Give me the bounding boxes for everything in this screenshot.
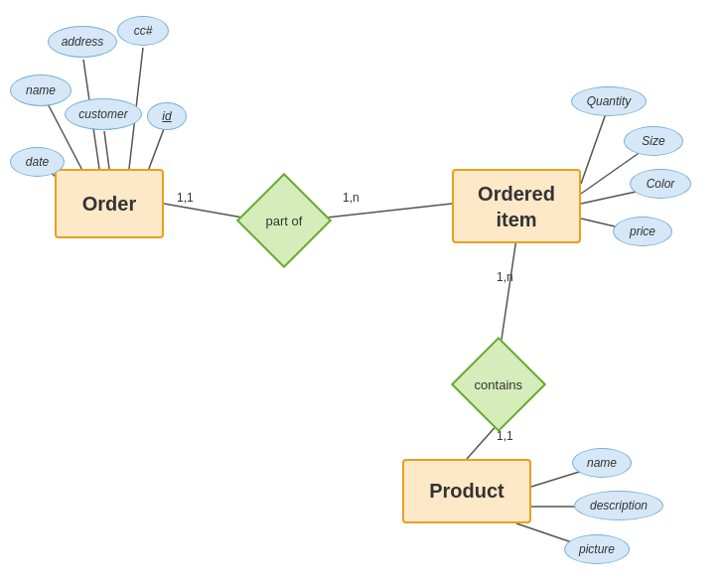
attr-customer: customer (65, 98, 142, 130)
attr-size: Size (624, 126, 683, 156)
relation-contains: contains (451, 337, 546, 432)
attr-prod-name: name (572, 448, 632, 478)
attr-cc: cc# (117, 16, 169, 46)
attr-quantity: Quantity (571, 86, 647, 116)
attr-color: Color (630, 169, 691, 199)
attr-id: id (147, 102, 187, 130)
attr-picture: picture (564, 534, 630, 564)
entity-ordered-item: Ordereditem (452, 169, 581, 243)
svg-line-0 (164, 204, 248, 219)
cardinality-contains-product: 1,1 (497, 429, 513, 443)
attr-price: price (613, 217, 672, 246)
attr-description: description (574, 491, 663, 520)
entity-order: Order (55, 169, 164, 238)
cardinality-order-partof: 1,1 (177, 191, 194, 205)
attr-date: date (10, 147, 65, 177)
attr-address: address (48, 26, 117, 58)
relation-part-of: part of (236, 173, 332, 268)
cardinality-ordered-contains: 1,n (497, 270, 513, 284)
attr-name: name (10, 74, 72, 106)
svg-line-2 (500, 238, 516, 353)
er-diagram: Order Ordereditem Product part of contai… (0, 0, 723, 588)
svg-line-1 (318, 204, 452, 219)
entity-product: Product (402, 459, 531, 523)
cardinality-partof-ordered: 1,n (343, 191, 360, 205)
svg-line-7 (104, 131, 109, 169)
